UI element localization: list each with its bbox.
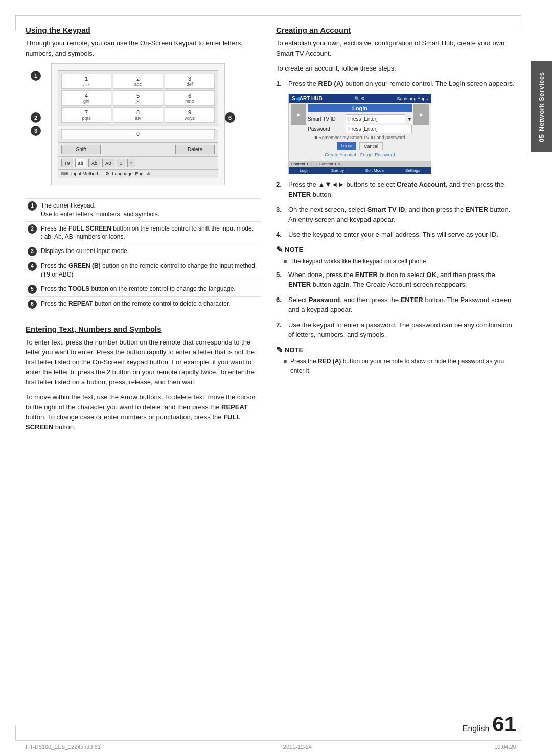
input-method-icon: ⌨ <box>61 171 68 176</box>
page-border-right-top <box>521 15 521 31</box>
annotation-row-4: 4 Press the GREEN (B) button on the remo… <box>26 259 261 282</box>
note-content-1: ■ The keypad works like the keypad on a … <box>276 257 516 266</box>
step-6-num: 6. <box>276 295 284 315</box>
cancel-button[interactable]: Cancel <box>359 142 383 150</box>
using-keypad-heading: Using the Keypad <box>26 26 261 34</box>
create-account-link[interactable]: Create Account <box>325 152 356 157</box>
step-3-text: On the next screen, select Smart TV ID, … <box>288 204 516 224</box>
keypad-key-4: 4ghi <box>61 90 111 106</box>
step-4-num: 4. <box>276 230 284 240</box>
bar-sort: Sort by <box>331 168 344 173</box>
page-number-language: English <box>463 724 489 734</box>
entering-text-heading: Entering Text, Numbers and Symbols <box>26 325 261 333</box>
top-icons: 🔍 ⚙ <box>354 96 365 101</box>
left-column: Using the Keypad Through your remote, yo… <box>26 26 261 730</box>
footer-time: 10:04:20 <box>494 744 516 750</box>
bottom-thumbnails: Content 1 | | Content 1.5 <box>289 161 431 167</box>
step-7: 7. Use the keypad to enter a password. T… <box>276 320 516 340</box>
right-column: Creating an Account To establish your ow… <box>276 26 516 730</box>
annotation-row-3: 3 Displays the current input mode. <box>26 244 261 259</box>
smart-tv-id-label: Smart TV ID <box>308 116 343 122</box>
content-wrapper: Using the Keypad Through your remote, yo… <box>26 26 516 730</box>
keypad-key-3: 3def <box>165 74 215 89</box>
keypad-diagram-container: 1 2 3 4 5 6 1. , - 2abc 3def 4ghi 5jkl 6… <box>26 63 261 191</box>
keypad-zero-row: 0 <box>58 129 218 143</box>
annotation-text-5: Press the TOOLS button on the remote con… <box>39 282 261 296</box>
login-bottom-bar: Login Sort by Edit Mode Settings <box>289 167 431 174</box>
annotation-circle-4: 4 <box>28 262 37 271</box>
note-text-2-1: Press the RED (A) button on your remote … <box>290 357 516 375</box>
annotation-num-2: 2 <box>26 221 39 244</box>
bar-login: Login <box>300 168 310 173</box>
thumb-label-3: Content 1.5 <box>319 162 340 166</box>
steps-list-2: 2. Press the ▲▼◄► buttons to select Crea… <box>276 179 516 240</box>
keypad-key-9: 9wxyz <box>165 107 215 123</box>
create-forgot-buttons: Create Account Forget Password <box>308 152 412 157</box>
entering-text-para1: To enter text, press the number button o… <box>26 337 261 387</box>
keypad-intro: Through your remote, you can use the On-… <box>26 38 261 58</box>
step-4: 4. Use the keypad to enter your e-mail a… <box>276 230 516 240</box>
footer: HT-D5100_ELS_1224.indd 61 2011-12-24 10:… <box>26 744 516 750</box>
page-number-area: English 61 <box>463 712 516 737</box>
footer-date: 2011-12-24 <box>283 744 312 750</box>
keypad-key-0: 0 <box>61 129 215 139</box>
thumb-label-1: Content 1 <box>291 162 309 166</box>
annotation-num-6: 6 <box>26 296 39 311</box>
keypad-mode-row: T9 ab Ab AB 1 * <box>58 157 218 170</box>
note-title-1: ✎ NOTE <box>276 245 516 255</box>
keypad-shift-row: Shift Delete <box>58 143 218 157</box>
creating-account-intro1: To establish your own, exclusive, config… <box>276 38 516 58</box>
creating-account-heading: Creating an Account <box>276 26 516 34</box>
annotation-num-3: 3 <box>26 244 39 259</box>
step-6-text: Select Password, and then press the ENTE… <box>288 295 516 315</box>
keypad-grid: 1. , - 2abc 3def 4ghi 5jkl 6mno 7pqrs 8t… <box>58 70 218 126</box>
steps-list-1: 1. Press the RED (A) button on your remo… <box>276 79 516 89</box>
note-content-2: ■ Press the RED (A) button on your remot… <box>276 357 516 375</box>
note-icon-1: ✎ <box>276 245 283 255</box>
mode-Ab: Ab <box>88 159 100 167</box>
note-item-1-1: ■ The keypad works like the keypad on a … <box>283 257 516 266</box>
page-border-bottom <box>15 740 521 741</box>
creating-account-intro2: To create an account, follow these steps… <box>276 63 516 74</box>
login-cancel-buttons: Login Cancel <box>308 142 412 150</box>
thumbnail-2: ▶ <box>413 104 429 125</box>
step-6: 6. Select Password, and then press the E… <box>276 295 516 315</box>
note-box-1: ✎ NOTE ■ The keypad works like the keypa… <box>276 245 516 266</box>
annotation-row-2: 2 Press the FULL SCREEN button on the re… <box>26 221 261 244</box>
step-3: 3. On the next screen, select Smart TV I… <box>276 204 516 224</box>
mode-AB: AB <box>102 159 114 167</box>
password-label: Password <box>308 126 343 132</box>
annotation-circle-1: 1 <box>28 201 37 211</box>
annotation-text-1: The current keypad.Use to enter letters,… <box>39 199 261 222</box>
keypad-key-2: 2abc <box>113 74 163 89</box>
annotation-row-5: 5 Press the TOOLS button on the remote c… <box>26 282 261 296</box>
annotations-table: 1 The current keypad.Use to enter letter… <box>26 198 261 311</box>
callout-6: 6 <box>225 112 235 123</box>
login-button[interactable]: Login <box>337 142 356 150</box>
step-3-num: 3. <box>276 204 284 224</box>
note-title-2: ✎ NOTE <box>276 345 516 355</box>
page-border-left-top <box>15 15 16 31</box>
thumb-sep-2: | <box>316 162 317 166</box>
mode-ab: ab <box>75 159 87 167</box>
note-text-1-1: The keypad works like the keypad on a ce… <box>290 257 428 266</box>
annotation-text-4: Press the GREEN (B) button on the remote… <box>39 259 261 282</box>
forgot-password-link[interactable]: Forget Password <box>360 152 395 157</box>
annotation-row-1: 1 The current keypad.Use to enter letter… <box>26 199 261 222</box>
shift-button: Shift <box>61 145 101 154</box>
password-value: Press [Enter] <box>346 125 412 133</box>
creating-account-section: Creating an Account To establish your ow… <box>276 26 516 379</box>
page-border-top <box>15 15 521 16</box>
note-bullet-1-1: ■ <box>283 257 287 266</box>
keypad-key-7: 7pqrs <box>61 107 111 123</box>
page-border-right-bottom <box>521 725 521 741</box>
step-5: 5. When done, press the ENTER button to … <box>276 270 516 290</box>
step-2: 2. Press the ▲▼◄► buttons to select Crea… <box>276 179 516 199</box>
samsung-apps-label: Samsung Apps <box>397 96 428 101</box>
page-number: 61 <box>492 712 516 737</box>
smart-tv-id-value: Press [Enter] <box>346 114 405 123</box>
bar-edit: Edit Mode <box>365 168 384 173</box>
keypad-image: 1. , - 2abc 3def 4ghi 5jkl 6mno 7pqrs 8t… <box>51 63 225 185</box>
smart-hub-label: S◀ART HUB <box>292 96 323 101</box>
step-1-text: Press the RED (A) button on your remote … <box>288 79 515 89</box>
